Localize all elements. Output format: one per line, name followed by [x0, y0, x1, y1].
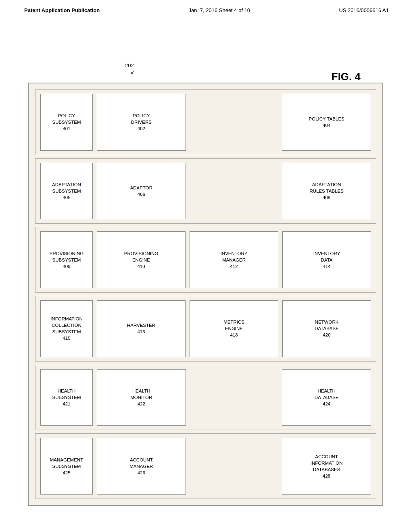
page-header: Patent Application Publication Jan. 7, 2… — [0, 0, 413, 17]
empty-box-1-2 — [190, 94, 278, 151]
component-box-6-1: ACCOUNT MANAGER 426 — [97, 438, 186, 495]
header-left: Patent Application Publication — [24, 7, 100, 13]
component-box-3-2: INVENTORY MANAGER 412 — [190, 231, 278, 288]
subsystem-label-3: PROVISIONING SUBSYSTEM 409 — [40, 231, 93, 288]
empty-box-5-2 — [190, 369, 278, 426]
component-box-4-1: HARVESTER 416 — [97, 300, 186, 357]
row-section-4: INFORMATION COLLECTION SUBSYSTEM 415HARV… — [35, 296, 376, 362]
subsystem-label-5: HEALTH SUBSYSTEM 421 — [40, 369, 93, 426]
component-box-3-1: PROVISIONING ENGINE 410 — [97, 231, 186, 288]
empty-box-2-2 — [190, 163, 278, 220]
ref-arrow: ↙ — [130, 69, 135, 75]
subsystem-label-1: POLICY SUBSYSTEM 401 — [40, 94, 93, 151]
row-section-3: PROVISIONING SUBSYSTEM 409PROVISIONING E… — [35, 227, 376, 293]
subsystem-label-2: ADAPTATION SUBSYSTEM 405 — [40, 163, 93, 220]
component-box-2-1: ADAPTOR 406 — [97, 163, 186, 220]
subsystem-label-6: MANAGEMENT SUBSYSTEM 425 — [40, 438, 93, 495]
component-box-1-3: POLICY TABLES 404 — [282, 94, 371, 151]
header-right: US 2016/0006616 A1 — [339, 7, 389, 13]
ref-number: 202 — [125, 62, 134, 69]
subsystem-label-4: INFORMATION COLLECTION SUBSYSTEM 415 — [40, 300, 93, 357]
component-box-5-1: HEALTH MONITOR 422 — [97, 369, 186, 426]
component-box-4-3: NETWORK DATABASE 420 — [282, 300, 371, 357]
row-section-1: POLICY SUBSYSTEM 401POLICY DRIVERS 402PO… — [35, 89, 376, 155]
component-box-5-3: HEALTH DATABASE 424 — [282, 369, 371, 426]
component-box-4-2: METRICS ENGINE 418 — [190, 300, 278, 357]
component-box-3-3: INVENTORY DATA 414 — [282, 231, 371, 288]
empty-box-6-2 — [190, 438, 278, 495]
fig-label: FIG. 4 — [332, 71, 361, 83]
component-box-6-3: ACCOUNT INFORMATION DATABASES 428 — [282, 438, 371, 495]
component-box-2-3: ADAPTATION RULES TABLES 408 — [282, 163, 371, 220]
component-box-1-1: POLICY DRIVERS 402 — [97, 94, 186, 151]
diagram-container: POLICY SUBSYSTEM 401POLICY DRIVERS 402PO… — [28, 83, 383, 506]
row-section-5: HEALTH SUBSYSTEM 421HEALTH MONITOR 422HE… — [35, 365, 376, 430]
row-section-2: ADAPTATION SUBSYSTEM 405ADAPTOR 406ADAPT… — [35, 158, 376, 224]
row-section-6: MANAGEMENT SUBSYSTEM 425ACCOUNT MANAGER … — [35, 433, 376, 499]
header-center: Jan. 7, 2016 Sheet 4 of 10 — [189, 7, 250, 13]
